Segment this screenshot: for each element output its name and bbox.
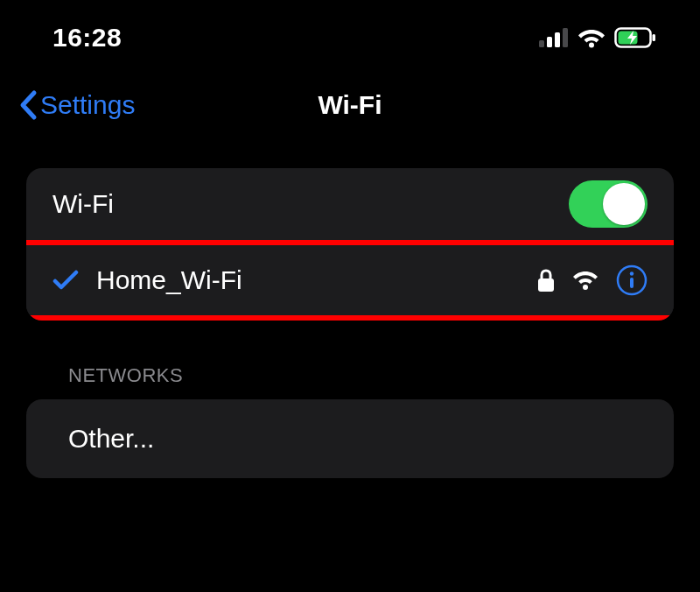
checkmark-icon: [52, 269, 82, 292]
wifi-toggle-switch[interactable]: [569, 180, 648, 228]
info-icon[interactable]: [616, 264, 648, 296]
status-time: 16:28: [52, 23, 122, 53]
svg-rect-1: [547, 37, 552, 47]
wifi-status-icon: [578, 27, 606, 48]
back-label: Settings: [40, 90, 135, 120]
status-bar: 16:28: [0, 0, 700, 70]
wifi-toggle-row[interactable]: Wi-Fi: [26, 168, 674, 240]
content-area: Wi-Fi Home_Wi-Fi: [0, 147, 700, 478]
chevron-left-icon: [18, 89, 38, 121]
other-network-label: Other...: [68, 424, 154, 454]
connected-network-name: Home_Wi-Fi: [96, 265, 523, 295]
svg-rect-0: [539, 40, 544, 47]
cellular-signal-icon: [539, 28, 569, 47]
highlight-annotation: Home_Wi-Fi: [26, 240, 674, 321]
svg-rect-3: [563, 28, 568, 47]
status-icons: [539, 27, 656, 48]
battery-charging-icon: [614, 27, 656, 48]
navigation-bar: Settings Wi-Fi: [0, 70, 700, 147]
svg-point-11: [630, 271, 634, 275]
connected-network-row[interactable]: Home_Wi-Fi: [26, 245, 674, 315]
page-title: Wi-Fi: [318, 90, 382, 120]
wifi-signal-icon: [572, 270, 598, 291]
networks-group: Other...: [26, 399, 674, 478]
svg-rect-8: [538, 278, 554, 292]
back-button[interactable]: Settings: [18, 89, 135, 121]
networks-section-header: Networks: [26, 321, 674, 399]
svg-point-9: [583, 285, 588, 290]
other-network-row[interactable]: Other...: [26, 399, 674, 478]
network-row-icons: [537, 264, 648, 296]
toggle-knob: [603, 183, 645, 225]
svg-rect-2: [555, 32, 560, 47]
wifi-main-group: Wi-Fi Home_Wi-Fi: [26, 168, 674, 321]
svg-rect-12: [630, 278, 634, 288]
wifi-toggle-label: Wi-Fi: [52, 189, 114, 219]
svg-point-4: [589, 43, 594, 48]
lock-icon: [537, 268, 555, 292]
svg-rect-7: [653, 34, 656, 41]
